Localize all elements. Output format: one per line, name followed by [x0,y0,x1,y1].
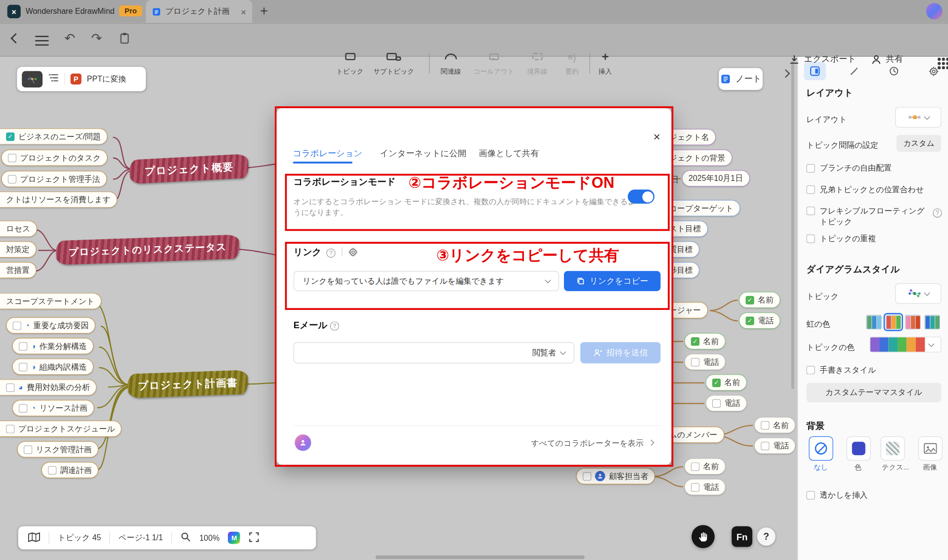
link-settings-gear-icon[interactable] [348,247,358,259]
mindmap-node-schedule[interactable]: プロジェクトスケジュール [0,421,122,437]
send-invite-button[interactable]: 招待を送信 [580,342,660,363]
contact-phone-node[interactable]: 電話 [739,312,780,329]
mindmap-node-business-needs[interactable]: ビジネスのニーズ/問題 [0,128,107,144]
mindmap-node-customer-contact[interactable]: 顧客担当者 [576,468,655,484]
copy-link-button[interactable]: リンクをコピー [564,271,660,291]
mindmap-node-start-date[interactable]: 2025年10月1日 [682,170,749,186]
rainbow-style-3[interactable] [905,315,921,330]
mindmap-node-obs[interactable]: ◑ 組織内訳構造 [12,358,94,375]
checkbox-icon[interactable] [19,362,27,371]
contact-name-node[interactable]: 名前 [739,292,780,308]
mindmap-node-scope-statement[interactable]: スコープステートメント [0,293,101,309]
checkbox-icon[interactable] [691,483,699,491]
checkbox-icon[interactable] [761,421,769,429]
checkbox-icon[interactable] [48,466,56,474]
page-indicator[interactable]: ページ-1 1/1 [119,532,163,543]
mindmap-branch-project-plan[interactable]: プロジェクト計画書 [127,370,248,398]
mindmap-node-project-background[interactable]: ジェクトの背景 [662,149,732,166]
checkbox-icon[interactable] [13,321,21,330]
share-button[interactable]: 共有 [871,54,903,65]
apps-grid-icon[interactable] [938,58,941,61]
checkbox-free-branch[interactable] [807,164,815,172]
mindmap-node-resources[interactable]: クトはリソースを消費します [0,191,117,208]
tab-share-as-image[interactable]: 画像として共有 [479,148,539,159]
menu-icon[interactable] [35,36,48,38]
checkbox-checked-icon[interactable] [6,132,14,140]
user-avatar[interactable] [926,3,943,19]
help-icon[interactable]: ? [933,209,942,217]
topic-button[interactable]: トピック [329,50,371,76]
edrawmind-ai-icon[interactable]: M [228,532,241,544]
collab-mode-toggle[interactable] [628,190,654,204]
checkbox-icon[interactable] [19,342,27,350]
bg-color-tile[interactable] [847,436,871,461]
role-select-value[interactable]: 閲覧者 [532,347,556,358]
custom-theme-button[interactable]: カスタムテーママスタイル [807,383,942,402]
tab-publish-internet[interactable]: インターネットに公開 [380,148,466,159]
vertical-scrollbar[interactable] [791,61,794,389]
link-permission-select[interactable]: リンクを知っている人は誰でもファイルを編集できます [294,271,559,291]
checkbox-checked-icon[interactable] [746,316,754,325]
mindmap-node-risk-plan[interactable]: リスク管理計画 [17,441,98,458]
topic-style-dropdown[interactable] [895,283,941,304]
checkbox-icon[interactable] [761,441,769,450]
mindmap-node-cost-benefit[interactable]: ◕ 費用対効果の分析 [0,379,97,395]
mindmap-node-pm-method[interactable]: プロジェクト管理手法 [1,171,107,187]
mindmap-node-resource-plan[interactable]: ◔ リソース計画 [12,400,94,416]
checkbox-icon[interactable] [691,462,699,471]
format-painter-icon[interactable] [119,32,130,47]
mindmap-node-procurement[interactable]: 調達計画 [42,462,99,478]
collaborator-avatar[interactable] [295,434,311,451]
mindmap-node-scope-target[interactable]: コープターゲット [662,200,740,216]
checkbox-icon[interactable] [6,425,14,433]
contact-phone-node[interactable]: 電話 [684,479,726,495]
show-all-collaborators-link[interactable]: すべてのコラボレーターを表示 [531,438,644,449]
contact-name-node[interactable]: 名前 [684,333,726,349]
checkbox-checked-icon[interactable] [712,378,721,387]
document-tab[interactable]: プロジェクト計画 × [146,0,252,23]
checkbox-icon[interactable] [8,153,16,162]
tab-collaboration[interactable]: コラボレーション [293,148,363,159]
checkbox-flexible-floating[interactable] [807,207,815,215]
contact-phone-node[interactable]: 電話 [684,354,726,370]
map-overview-icon[interactable] [28,531,41,544]
new-tab-button[interactable]: + [260,3,268,19]
pan-hand-button[interactable] [691,525,715,548]
mindmap-view-button[interactable] [22,71,43,87]
checkbox-topic-overlap[interactable] [807,235,815,243]
contact-phone-node[interactable]: 電話 [754,437,796,454]
mindmap-node-process[interactable]: ロセス [0,220,37,237]
checkbox-icon[interactable] [19,404,27,412]
rainbow-style-2[interactable] [885,315,901,330]
mindmap-node-team-members[interactable]: ムのメンバー [662,427,724,443]
bg-none-tile[interactable] [809,436,833,461]
checkbox-checked-icon[interactable] [746,296,754,304]
custom-spacing-button[interactable]: カスタム [896,135,941,152]
undo-icon[interactable]: ↶ [64,31,75,46]
contact-name-node[interactable]: 名前 [705,374,747,390]
bg-texture-tile[interactable] [881,436,905,461]
insert-button[interactable]: + 挿入 [584,50,627,76]
zoom-search-icon[interactable] [180,532,191,544]
checkbox-sibling-align[interactable] [807,185,815,194]
topic-count[interactable]: トピック 45 [58,532,101,543]
checkbox-icon[interactable] [583,472,591,480]
dialog-close-icon[interactable]: × [653,130,660,144]
mindmap-node-planning[interactable]: 対策定 [0,241,37,258]
ppt-convert-button[interactable]: PPTに変換 [87,74,126,85]
horizontal-scrollbar[interactable] [376,556,585,559]
mindmap-node-success-factors[interactable]: ◔ 重要な成功要因 [6,317,95,334]
bg-image-tile[interactable] [918,436,943,461]
layout-dropdown[interactable] [895,107,941,128]
checkbox-icon[interactable] [24,445,32,454]
tab-settings[interactable] [922,62,944,80]
rainbow-style-4[interactable] [924,315,940,330]
fullscreen-icon[interactable] [249,531,259,544]
contact-name-node[interactable]: 名前 [754,417,796,433]
email-input[interactable] [302,348,532,357]
checkbox-icon[interactable] [691,358,699,366]
outline-view-button[interactable] [48,73,59,86]
checkbox-icon[interactable] [8,174,16,183]
checkbox-icon[interactable] [6,383,14,391]
mindmap-node-wbs[interactable]: ◑ 作業分解構造 [12,338,94,354]
